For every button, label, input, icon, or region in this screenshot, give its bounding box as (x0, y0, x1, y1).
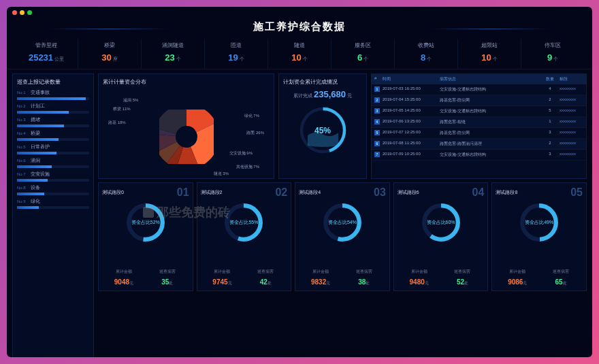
stat-item: 桥梁30座 (78, 39, 142, 69)
pie-label: 交安设施 9% (229, 150, 253, 156)
titlebar (7, 7, 592, 18)
bar-item: No.6涵洞 (17, 157, 89, 168)
table-panel: # 时间 病害信息 数量 标段 12019-07-03 16:25:00交安设施… (371, 73, 587, 179)
page-title: 施工养护综合数据 (7, 20, 592, 33)
bar-item: No.1交通事故 (17, 89, 89, 100)
table-row[interactable]: 22019-07-04 15:25:00路基危害-防尘网2xxxxxxxx (372, 95, 586, 106)
table-row[interactable]: 52019-07-07 12:25:00路基危害-防尘网3xxxxxxxx (372, 128, 586, 139)
table-row[interactable]: 72019-07-09 10:25:00交安设施-交通标志牌结构3xxxxxxx… (372, 150, 586, 161)
stat-label: 服务区 (331, 42, 394, 49)
stat-value: 23个 (142, 51, 204, 63)
segment-ring: 资金占比55% (201, 201, 288, 244)
segment-card[interactable]: 测试路段403资金占比54%累计金额9832元巡查病害38处 (295, 182, 390, 291)
dashboard-window: 施工养护综合数据 管养里程25231公里桥梁30座涵洞隧道23个匝道19个隧道1… (7, 7, 592, 357)
pie-label: 绿化 7% (244, 113, 259, 119)
stat-value: 10个 (268, 51, 331, 63)
stat-value: 25231公里 (15, 51, 78, 63)
stat-item: 服务区6个 (331, 39, 395, 69)
plan-panel: 计划资金累计完成情况 累计完成 235,680 元 45% (278, 73, 367, 179)
stat-item: 管养里程25231公里 (15, 39, 78, 69)
stat-label: 收费站 (395, 42, 457, 49)
stat-item: 停车区9个 (521, 39, 584, 69)
stat-item: 涵洞隧道23个 (142, 39, 205, 69)
stat-label: 超限站 (458, 42, 521, 49)
maximize-icon[interactable] (27, 10, 32, 15)
bar-item: No.9绿化 (17, 198, 89, 209)
stats-row: 管养里程25231公里桥梁30座涵洞隧道23个匝道19个隧道10个服务区6个收费… (7, 39, 592, 69)
pie-chart: 路基 18% 路面 26% 桥梁 11% 涵洞 5% 绿化 7% 交安设施 9%… (103, 89, 270, 184)
stat-label: 匝道 (205, 42, 268, 49)
stat-value: 10个 (458, 51, 521, 63)
stat-label: 桥梁 (78, 42, 141, 49)
panel-title: 计划资金累计完成情况 (283, 78, 362, 86)
segment-ring: 资金占比49% (496, 201, 583, 244)
stat-label: 涵洞隧道 (142, 42, 204, 49)
close-icon[interactable] (12, 10, 17, 15)
stat-value: 8个 (395, 51, 457, 63)
table-row[interactable]: 42019-07-06 13:25:00路面危害-裂缝1xxxxxxxx (372, 117, 586, 128)
pie-label: 隧道 3% (214, 171, 229, 177)
segment-card[interactable]: 测试路段202资金占比55%累计金额9745元巡查病害42处 (197, 182, 292, 291)
pie-label: 涵洞 5% (123, 97, 138, 103)
pie-label: 其他设施 7% (236, 164, 259, 170)
stat-value: 19个 (205, 51, 268, 63)
segment-ring: 资金占比52% (102, 201, 189, 244)
pie-label: 路面 26% (246, 130, 264, 136)
stat-label: 停车区 (521, 42, 584, 49)
table-row[interactable]: 12019-07-03 16:25:00交安设施-交通标志牌结构4xxxxxxx… (372, 84, 586, 95)
bar-item: No.7交安设施 (17, 171, 89, 182)
progress-ring: 45% (283, 105, 362, 156)
minimize-icon[interactable] (20, 10, 25, 15)
stat-label: 隧道 (268, 42, 331, 49)
stat-item: 超限站10个 (458, 39, 521, 69)
table-row[interactable]: 62019-07-08 11:25:00路面危害-路面油污清理2xxxxxxxx (372, 139, 586, 150)
pie-label: 路基 18% (108, 120, 126, 126)
stat-item: 匝道19个 (205, 39, 268, 69)
stat-value: 30座 (78, 51, 141, 63)
segment-ring: 资金占比54% (299, 201, 386, 244)
stat-label: 管养里程 (15, 42, 78, 49)
table-header: # 时间 病害信息 数量 标段 (372, 74, 586, 84)
panel-title: 累计计量资金分布 (103, 78, 270, 86)
bar-item: No.2计划工 (17, 103, 89, 114)
bar-item: No.5日常养护 (17, 144, 89, 154)
segment-card[interactable]: 测试路段805资金占比49%累计金额9086元巡查病害65处 (491, 182, 587, 291)
header: 施工养护综合数据 (7, 18, 592, 39)
stat-item: 收费站8个 (395, 39, 458, 69)
pie-panel: 累计计量资金分布 路基 18% 路面 26% 桥梁 11% 涵洞 5% 绿化 7… (98, 73, 274, 179)
progress-pct: 45% (314, 126, 331, 135)
pie-label: 桥梁 11% (113, 106, 131, 112)
segment-card[interactable]: 测试路段604资金占比60%累计金额9480元巡查病害52处 (393, 182, 489, 291)
stat-item: 隧道10个 (268, 39, 331, 69)
left-panel: 巡查上报记录数量 No.1交通事故No.2计划工No.3拥堵No.4桥梁No.5… (12, 73, 94, 357)
bar-item: No.8设备 (17, 184, 89, 195)
segment-ring: 资金占比60% (398, 201, 485, 244)
bar-item: No.3拥堵 (17, 116, 89, 127)
table-row[interactable]: 32019-07-05 14:25:00交安设施-交通标志牌结构5xxxxxxx… (372, 106, 586, 117)
segment-card[interactable]: 测试路段001资金占比52%累计金额9048元巡查病害35处 (98, 182, 193, 291)
plan-label: 累计完成 235,680 元 (283, 89, 362, 99)
stat-value: 6个 (331, 51, 394, 63)
stat-value: 9个 (521, 51, 584, 63)
panel-title: 巡查上报记录数量 (17, 78, 89, 86)
bar-item: No.4桥梁 (17, 130, 89, 141)
